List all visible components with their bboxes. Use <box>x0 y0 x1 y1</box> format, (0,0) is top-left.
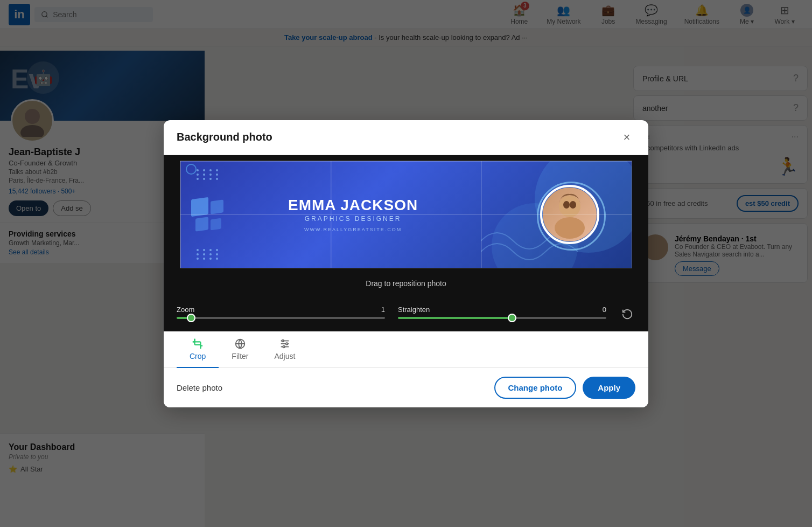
zoom-label-row: Zoom 1 <box>177 306 385 314</box>
drag-hint: Drag to reposition photo <box>164 274 648 293</box>
zoom-slider-group: Zoom 1 <box>177 306 385 319</box>
banner-role: GRAPHICS DESIGNER <box>288 215 418 223</box>
tab-filter[interactable]: Filter <box>219 331 261 368</box>
straighten-slider-group: Straighten 0 <box>398 306 606 319</box>
modal-header: Background photo × <box>164 120 648 155</box>
tab-adjust[interactable]: Adjust <box>261 331 308 368</box>
svg-point-5 <box>559 196 580 217</box>
svg-point-16 <box>283 345 285 348</box>
delete-photo-button[interactable]: Delete photo <box>177 383 222 392</box>
banner-avatar-img <box>543 188 597 241</box>
banner-avatar-ring <box>540 185 599 244</box>
adjust-icon <box>279 338 291 350</box>
dots-pattern-bottom <box>197 249 220 260</box>
dots-pattern-top <box>197 169 220 180</box>
banner-website: WWW.REALLYGREATSITE.COM <box>288 227 418 232</box>
banner-background: EMMA JACKSON GRAPHICS DESIGNER WWW.REALL… <box>180 161 632 268</box>
photo-canvas[interactable]: EMMA JACKSON GRAPHICS DESIGNER WWW.REALL… <box>164 155 648 274</box>
modal-overlay: Background photo × <box>0 0 812 527</box>
straighten-value: 0 <box>603 306 606 314</box>
zoom-slider[interactable] <box>177 317 385 319</box>
crop-icon <box>192 338 204 350</box>
tab-filter-label: Filter <box>232 352 248 360</box>
reset-button[interactable] <box>619 306 635 325</box>
filter-icon <box>234 338 246 350</box>
sliders-row: Zoom 1 Straighten 0 <box>164 293 648 331</box>
photo-editor-area: EMMA JACKSON GRAPHICS DESIGNER WWW.REALL… <box>164 155 648 331</box>
modal-title: Background photo <box>177 131 272 143</box>
apply-button[interactable]: Apply <box>583 377 635 399</box>
shape-circle-3 <box>186 164 197 175</box>
tab-adjust-label: Adjust <box>274 352 295 360</box>
straighten-label-row: Straighten 0 <box>398 306 606 314</box>
banner-logo-area <box>191 198 223 231</box>
modal-footer: Delete photo Change photo Apply <box>164 368 648 407</box>
tab-crop[interactable]: Crop <box>177 331 219 368</box>
zoom-value: 1 <box>381 306 385 314</box>
straighten-slider[interactable] <box>398 317 606 319</box>
change-photo-button[interactable]: Change photo <box>494 377 577 399</box>
svg-point-8 <box>570 201 576 209</box>
tab-crop-label: Crop <box>190 352 206 360</box>
svg-point-7 <box>563 201 570 209</box>
straighten-label: Straighten <box>398 306 430 314</box>
svg-point-6 <box>555 217 585 239</box>
banner-name: EMMA JACKSON <box>288 197 418 214</box>
footer-right: Change photo Apply <box>494 377 636 399</box>
banner-avatar-area <box>540 185 599 244</box>
reset-icon <box>621 308 633 320</box>
photo-canvas-inner[interactable]: EMMA JACKSON GRAPHICS DESIGNER WWW.REALL… <box>180 161 632 268</box>
zoom-label: Zoom <box>177 306 194 314</box>
background-photo-modal: Background photo × <box>164 120 648 407</box>
modal-close-button[interactable]: × <box>618 129 635 146</box>
editor-tabs: Crop Filter <box>164 331 648 368</box>
svg-point-15 <box>286 343 288 345</box>
svg-point-14 <box>282 339 284 342</box>
banner-name-area: EMMA JACKSON GRAPHICS DESIGNER WWW.REALL… <box>288 197 418 232</box>
